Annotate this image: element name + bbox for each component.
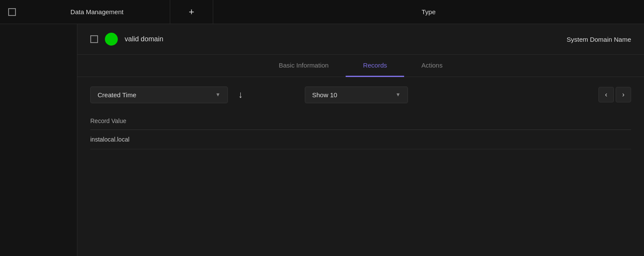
data-management-label: Data Management — [71, 8, 123, 15]
controls-row: Created Time ▼ ↓ Show 10 ▼ ‹ › — [77, 77, 644, 112]
status-indicator — [105, 33, 118, 46]
domain-checkbox[interactable] — [90, 35, 98, 43]
top-bar: Data Management + Type — [0, 0, 644, 24]
records-table: Record Value instalocal.local — [90, 112, 631, 149]
cell-record-value: instalocal.local — [90, 130, 631, 149]
sort-dropdown[interactable]: Created Time ▼ — [90, 86, 228, 103]
chevron-left-icon: ‹ — [605, 91, 607, 99]
sort-direction-down-icon: ↓ — [238, 89, 243, 100]
type-label: Type — [422, 8, 436, 15]
table-header-row: Record Value — [90, 112, 631, 130]
tab-basic-information[interactable]: Basic Information — [262, 55, 346, 77]
sort-dropdown-arrow-icon: ▼ — [215, 92, 221, 98]
domain-type-label: System Domain Name — [567, 36, 631, 43]
sidebar — [0, 24, 77, 256]
add-button[interactable]: + — [170, 0, 213, 24]
tabs-row: Basic Information Records Actions — [77, 55, 644, 77]
tab-records[interactable]: Records — [346, 55, 404, 77]
top-bar-checkbox[interactable] — [8, 8, 16, 16]
main-content: valid domain System Domain Name Basic In… — [0, 24, 644, 256]
show-count-dropdown[interactable]: Show 10 ▼ — [305, 86, 408, 103]
table-header: Record Value — [90, 112, 631, 130]
top-bar-checkbox-area — [0, 8, 24, 16]
content-panel: valid domain System Domain Name Basic In… — [77, 24, 644, 256]
pagination-prev-button[interactable]: ‹ — [598, 87, 614, 102]
tab-actions[interactable]: Actions — [404, 55, 460, 77]
column-record-value: Record Value — [90, 112, 631, 130]
plus-icon: + — [189, 6, 194, 18]
sort-dropdown-label: Created Time — [98, 91, 212, 99]
show-dropdown-arrow-icon: ▼ — [396, 92, 401, 98]
domain-name: valid domain — [125, 35, 163, 43]
pagination-controls: ‹ › — [598, 87, 631, 102]
records-table-area: Record Value instalocal.local — [77, 112, 644, 256]
domain-row-left: valid domain — [90, 33, 567, 46]
pagination-next-button[interactable]: › — [616, 87, 631, 102]
top-bar-title: Data Management — [24, 0, 170, 24]
sort-direction-button[interactable]: ↓ — [235, 86, 246, 104]
chevron-right-icon: › — [622, 91, 624, 99]
show-count-label: Show 10 — [312, 91, 392, 99]
table-body: instalocal.local — [90, 130, 631, 149]
domain-row: valid domain System Domain Name — [77, 24, 644, 55]
table-row: instalocal.local — [90, 130, 631, 149]
type-header: Type — [213, 8, 644, 15]
